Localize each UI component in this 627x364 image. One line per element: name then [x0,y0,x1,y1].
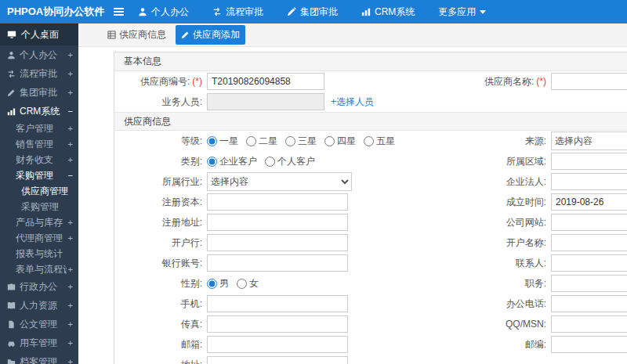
category-radio-person[interactable] [265,157,275,167]
sidebar-item-admin-office[interactable]: 行政办公 + [0,277,78,296]
sidebar-item-purchase-mgmt[interactable]: 采购管理 − [0,168,78,183]
sidebar-item-label: 供应商管理 [21,185,73,198]
sidebar-item-group-approval[interactable]: 集团审批 + [0,83,78,102]
sidebar-item-agent-mgmt[interactable]: 代理商管理 + [0,230,78,246]
level-option-5[interactable]: 五星 [364,135,395,148]
sales-person-input[interactable] [207,93,324,110]
nav-more-apps[interactable]: 更多应用 [438,5,486,19]
website-input[interactable] [551,214,627,231]
sidebar-item-purchasing[interactable]: 采购管理 [0,199,78,214]
form-row: 手机: 办公电话: [114,294,627,314]
category-radio-company[interactable] [207,157,217,167]
sidebar-item-finance[interactable]: 财务收支 + [0,152,78,168]
level-radio-2[interactable] [246,136,256,146]
gender-radio-female[interactable] [237,279,247,289]
office-phone-input[interactable] [551,295,627,312]
industry-select[interactable]: 选择内容 [207,172,352,191]
collapse-toggle-icon: − [68,171,73,180]
account-name-input[interactable] [551,234,627,251]
nav-crm-system[interactable]: CRM系统 [361,5,415,19]
level-radio-1[interactable] [207,136,217,146]
bank-account-input[interactable] [207,254,348,272]
nav-group-approval[interactable]: 集团审批 [287,5,338,19]
sidebar-item-crm-system[interactable]: CRM系统 − [0,102,78,121]
category-label: 类别: [114,155,207,168]
level-option-2[interactable]: 二星 [246,135,277,148]
tab-supplier-info[interactable]: 供应商信息 [102,25,172,45]
gender-option-female[interactable]: 女 [237,277,259,290]
account-name-label: 开户名称: [477,236,551,250]
supplier-no-input[interactable] [207,73,324,90]
fax-input[interactable] [207,315,348,333]
expand-toggle-icon: + [68,301,73,310]
edit-icon [287,7,296,16]
choose-person-link[interactable]: +选择人员 [331,96,374,109]
level-radio-3[interactable] [285,136,295,146]
nav-process-approval[interactable]: 流程审批 [212,5,263,19]
tab-bar: 供应商信息 供应商添加 [78,23,627,47]
sidebar-item-sales-mgmt[interactable]: 销售管理 + [0,136,78,152]
level-radio-group: 一星 二星 三星 四星 五星 [207,135,477,148]
section-header-basic: 基本信息 [114,52,627,71]
source-select[interactable]: 选择内容 [551,132,627,150]
sidebar-item-personal-office[interactable]: 个人办公 + [0,45,78,64]
level-option-1[interactable]: 一星 [207,135,238,148]
fax-label: 传真: [114,318,207,331]
sidebar-item-customer-mgmt[interactable]: 客户管理 + [0,121,78,136]
sidebar-item-archive-mgmt[interactable]: 档案管理 + [0,352,78,364]
zip-input[interactable] [551,336,627,353]
category-option-person[interactable]: 个人客户 [265,155,315,168]
sales-person-label: 业务人员: [114,96,207,109]
sidebar-item-vehicle-mgmt[interactable]: 用车管理 + [0,333,78,352]
bank-label: 开户行: [114,236,207,250]
folder-icon [7,358,16,364]
form-row: 供应商编号:(*) 供应商名称:(*) [114,71,627,92]
bank-input[interactable] [207,234,348,251]
email-input[interactable] [207,336,348,353]
contact-input[interactable] [551,254,627,272]
sidebar-item-reports[interactable]: 报表与统计 [0,246,78,261]
form-row: 等级: 一星 二星 三星 四星 五星 来源: 选择内容 [114,131,627,151]
category-option-company[interactable]: 企业客户 [207,155,257,168]
category-radio-group: 企业客户 个人客户 [207,155,477,168]
nav-personal-office[interactable]: 个人办公 [138,5,189,19]
level-option-3[interactable]: 三星 [285,135,317,148]
region-label: 所属区域: [477,155,551,168]
mobile-input[interactable] [207,295,348,312]
tab-supplier-add[interactable]: 供应商添加 [176,25,245,45]
expand-toggle-icon: + [68,88,73,97]
level-radio-4[interactable] [324,136,335,146]
level-radio-5[interactable] [364,136,374,146]
legal-person-input[interactable] [551,173,627,190]
reg-capital-input[interactable] [207,193,348,211]
level-option-4[interactable]: 四星 [324,135,356,148]
sidebar-item-desktop[interactable]: 个人桌面 [0,23,78,45]
reg-address-input[interactable] [207,214,348,231]
sidebar-item-document-mgmt[interactable]: 公文管理 + [0,315,78,333]
expand-toggle-icon: + [68,69,73,78]
hamburger-icon[interactable] [107,8,130,16]
founded-label: 成立时间: [477,196,551,209]
supplier-name-label: 供应商名称:(*) [477,75,551,88]
chart-icon [361,7,371,16]
region-input[interactable] [551,153,627,170]
sidebar-item-label: 代理商管理 [16,232,67,245]
zip-label: 邮编: [477,338,551,351]
expand-toggle-icon: + [68,265,73,274]
sidebar-item-process-approval[interactable]: 流程审批 + [0,64,78,83]
gender-radio-male[interactable] [207,279,217,289]
supplier-name-input[interactable] [551,73,627,90]
sidebar-item-hr[interactable]: 人力资源 + [0,296,78,315]
sidebar-item-supplier-mgmt[interactable]: 供应商管理 [0,183,78,199]
qq-input[interactable] [551,315,627,333]
address-label: 地址: [114,359,207,364]
founded-date-input[interactable] [551,193,627,211]
position-input[interactable] [551,275,627,292]
sidebar-item-product-inventory[interactable]: 产品与库存 + [0,214,78,230]
gender-option-male[interactable]: 男 [207,277,229,290]
source-label: 来源: [477,135,551,148]
address-input[interactable] [207,356,348,364]
top-menu: 个人办公 流程审批 集团审批 CRM系统 更多应用 [138,5,509,19]
section-header-supplier: 供应商信息 [114,112,627,131]
sidebar-item-form-flow-settings[interactable]: 表单与流程设置 + [0,261,78,277]
